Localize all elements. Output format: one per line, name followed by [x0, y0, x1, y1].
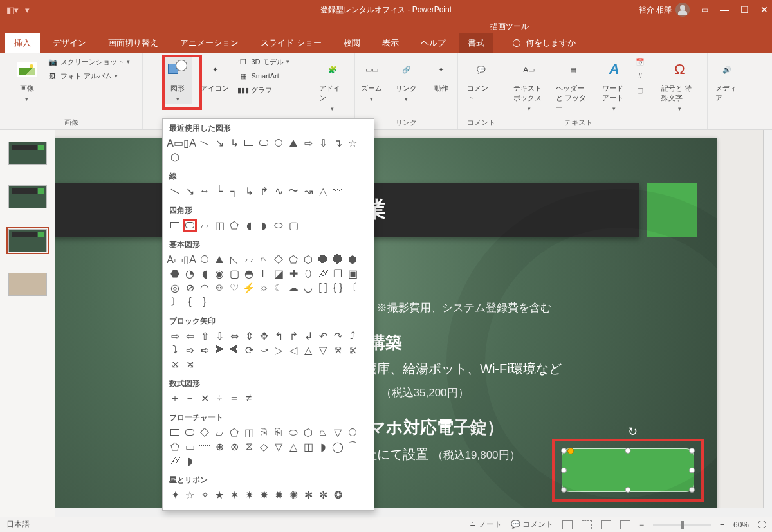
b-para[interactable]: ▱: [242, 253, 256, 266]
b-can[interactable]: ⌭: [316, 267, 330, 280]
f-sum[interactable]: ⊕: [212, 440, 226, 453]
a-x1[interactable]: ⤧: [331, 344, 345, 356]
ribbon-display-options[interactable]: ▭: [701, 5, 708, 14]
icons-button[interactable]: ✦ アイコン: [198, 57, 232, 95]
a-u3[interactable]: ⤴: [345, 329, 360, 342]
b-tear[interactable]: ◉: [212, 267, 226, 280]
a-l[interactable]: ⇦: [183, 329, 197, 342]
a-x4[interactable]: ⤨: [183, 358, 197, 371]
slide-thumb-2[interactable]: [8, 185, 47, 208]
s-10[interactable]: ✹: [271, 488, 286, 501]
wordart-button[interactable]: A ワード アート▾: [600, 57, 629, 113]
slide-canvas[interactable]: 業 /室 ※撮影費用、システム登録費を含む の構築 冷蔵庫、給湯ポット、Wi-F…: [55, 138, 717, 515]
action-button[interactable]: ✦ 動作: [427, 57, 455, 95]
slide-number-button[interactable]: #: [635, 71, 645, 81]
b-dia[interactable]: [271, 253, 286, 266]
b-rtri[interactable]: ◺: [227, 253, 241, 266]
a-pent[interactable]: ⮞: [212, 344, 226, 356]
chart-button[interactable]: ▮▮▮ グラフ: [238, 85, 289, 95]
zoom-slider[interactable]: [653, 524, 711, 526]
f-man1[interactable]: ⏢: [316, 426, 330, 439]
b-arcblk[interactable]: ◡: [301, 281, 315, 294]
shape-elbow1[interactable]: └: [212, 185, 226, 197]
b-pie[interactable]: ◔: [183, 267, 197, 280]
three-d-models-button[interactable]: ❒ 3D モデル▾: [238, 57, 289, 67]
a-bent1[interactable]: ↰: [271, 329, 286, 342]
close-button[interactable]: ✕: [760, 5, 768, 15]
s-24[interactable]: ✼: [316, 488, 330, 501]
shape-rrect-r[interactable]: [257, 136, 271, 149]
f-disk[interactable]: ⌭: [168, 454, 182, 467]
shape-round1[interactable]: ◖: [242, 219, 256, 232]
comments-button[interactable]: 💬 コメント: [511, 519, 553, 530]
b-tri[interactable]: [212, 253, 226, 266]
maximize-button[interactable]: ☐: [740, 5, 749, 15]
b-diag[interactable]: ◪: [271, 267, 286, 280]
a-x3[interactable]: ⤩: [168, 358, 182, 371]
b-cube[interactable]: ❒: [331, 267, 345, 280]
tab-animations[interactable]: アニメーション: [171, 33, 248, 53]
new-comment-button[interactable]: 💬 コメント: [464, 57, 497, 104]
shape-line-b[interactable]: ↘: [183, 185, 197, 197]
b-dodec[interactable]: ⬣: [168, 267, 182, 280]
a-str1[interactable]: ➩: [183, 344, 197, 356]
f-term[interactable]: ⬭: [286, 426, 300, 439]
shape-snip1[interactable]: ▱: [198, 219, 212, 232]
tab-slideshow[interactable]: スライド ショー: [252, 33, 331, 53]
shape-vtextbox[interactable]: ▯A: [183, 136, 197, 149]
a-u1[interactable]: ↶: [316, 329, 330, 342]
s-e2[interactable]: ☆: [183, 488, 197, 501]
tab-review[interactable]: 校閲: [335, 33, 369, 53]
s-5[interactable]: ★: [212, 488, 226, 501]
view-slideshow-button[interactable]: [620, 520, 630, 529]
photo-album-button[interactable]: 🖼 フォト アルバム ▾: [48, 71, 130, 81]
f-seq[interactable]: ◯: [331, 440, 345, 453]
minimize-button[interactable]: —: [720, 5, 729, 15]
shape-line1[interactable]: [198, 136, 212, 149]
f-mdoc[interactable]: ⎗: [271, 426, 286, 439]
shape-round-diag[interactable]: ⬭: [271, 219, 286, 232]
f-del[interactable]: ◗: [316, 440, 330, 453]
zoom-button[interactable]: ▭▭ ズーム▾: [358, 57, 386, 104]
vertical-scrollbar[interactable]: [763, 130, 772, 508]
eq-div[interactable]: ÷: [212, 392, 226, 405]
slide-body-text[interactable]: /室 ※撮影費用、システム登録費を含む の構築 冷蔵庫、給湯ポット、Wi-Fi環…: [351, 298, 691, 466]
shape-circle-r[interactable]: [271, 136, 286, 149]
f-dec[interactable]: [198, 426, 212, 439]
shape-elbow3[interactable]: ↳: [242, 185, 256, 197]
s-7[interactable]: ✷: [242, 488, 256, 501]
b-brkt3[interactable]: 〔: [345, 281, 360, 294]
a-ud[interactable]: ⇕: [242, 329, 256, 342]
f-disp[interactable]: ◗: [183, 454, 197, 467]
a-call1[interactable]: ▷: [271, 344, 286, 356]
b-cloud[interactable]: ☁: [286, 281, 300, 294]
eq-mult[interactable]: ✕: [198, 392, 212, 405]
f-or[interactable]: ⊗: [227, 440, 241, 453]
slide-thumb-1[interactable]: [8, 142, 47, 165]
date-button[interactable]: 📅: [635, 57, 645, 67]
eq-eq[interactable]: ＝: [227, 392, 241, 405]
b-hex[interactable]: ⬡: [301, 253, 315, 266]
object-button[interactable]: ▢: [635, 85, 645, 95]
tab-help[interactable]: ヘルプ: [412, 33, 455, 53]
a-u[interactable]: ⇧: [198, 329, 212, 342]
account-button[interactable]: 裕介 相澤: [639, 3, 690, 17]
rotate-handle-icon[interactable]: ↻: [628, 425, 641, 437]
view-normal-button[interactable]: [562, 520, 573, 529]
slide-thumb-3[interactable]: [8, 229, 47, 252]
s-8[interactable]: ✸: [257, 488, 271, 501]
a-r[interactable]: ⇨: [168, 329, 182, 342]
f-coll[interactable]: ⧖: [242, 440, 256, 453]
b-brkt1[interactable]: [ ]: [316, 281, 330, 294]
b-pent[interactable]: ⬠: [286, 253, 300, 266]
shape-rect-sharp[interactable]: [168, 219, 182, 232]
addins-button[interactable]: 🧩 アドイン▾: [317, 57, 348, 113]
resize-handle[interactable]: [561, 468, 567, 473]
b-brkt2[interactable]: { }: [331, 281, 345, 294]
zoom-in-button[interactable]: +: [720, 520, 724, 529]
b-l[interactable]: 𝖫: [257, 267, 271, 280]
f-prep[interactable]: ⬡: [301, 426, 315, 439]
b-smiley[interactable]: ☺: [212, 281, 226, 294]
f-sort[interactable]: ◇: [257, 440, 271, 453]
a-bent2[interactable]: ↱: [286, 329, 300, 342]
